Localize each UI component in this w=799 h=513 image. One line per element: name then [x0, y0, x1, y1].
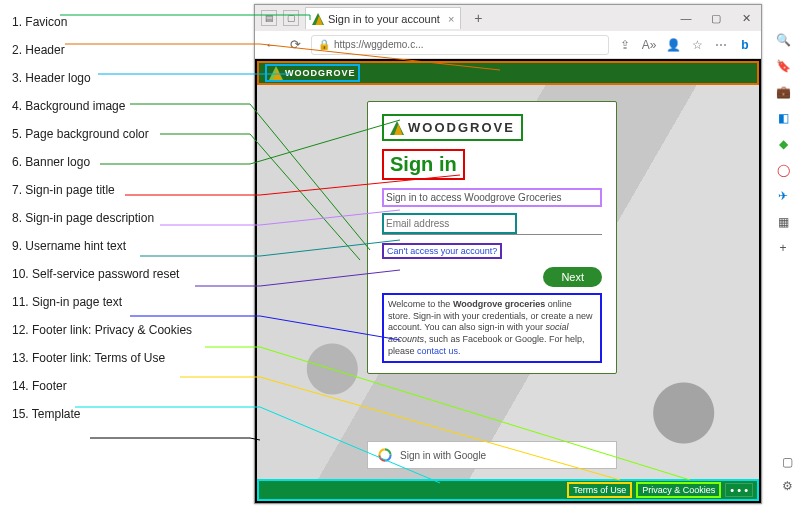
header-logo-text: WOODGROVE	[285, 68, 356, 78]
address-bar[interactable]: 🔒 https://wggdemo.c...	[311, 35, 609, 55]
sidebar-app-icon[interactable]: ✈	[775, 188, 791, 204]
annotation-item: 12. Footer link: Privacy & Cookies	[8, 316, 233, 344]
sidebar-search-icon[interactable]: 🔍	[775, 32, 791, 48]
share-icon[interactable]: ⇪	[617, 38, 633, 52]
google-icon	[378, 448, 392, 462]
annotation-item: 11. Sign-in page text	[8, 288, 233, 316]
footer-privacy-link[interactable]: Privacy & Cookies	[636, 482, 721, 498]
read-aloud-icon[interactable]: A»	[641, 38, 657, 52]
google-signin-label: Sign in with Google	[400, 450, 486, 461]
bing-icon[interactable]: b	[737, 38, 753, 52]
sidebar-tag-icon[interactable]: 🔖	[775, 58, 791, 74]
banner-logo-text: WOODGROVE	[408, 120, 515, 135]
page-footer: Terms of Use Privacy & Cookies • • •	[257, 479, 759, 501]
woodgrove-mark-icon	[390, 121, 404, 135]
sidebar-app-icon[interactable]: ◧	[775, 110, 791, 126]
annotation-item: 6. Banner logo	[8, 148, 233, 176]
annotation-item: 10. Self-service password reset	[8, 260, 233, 288]
lock-icon: 🔒	[318, 39, 330, 50]
signin-title: Sign in	[382, 149, 465, 180]
footer-more-button[interactable]: • • •	[725, 483, 753, 497]
annotation-item: 3. Header logo	[8, 64, 233, 92]
browser-tab[interactable]: Sign in to your account ×	[305, 7, 461, 29]
email-field[interactable]	[384, 215, 515, 232]
close-window-button[interactable]: ✕	[731, 5, 761, 31]
annotation-item: 4. Background image	[8, 92, 233, 120]
header-logo[interactable]: WOODGROVE	[265, 64, 360, 82]
favorite-icon[interactable]: ☆	[689, 38, 705, 52]
new-tab-button[interactable]: +	[467, 10, 489, 26]
page-viewport: WOODGROVE WOODGROVE Sign in Sign in to a…	[255, 59, 761, 503]
banner-logo: WOODGROVE	[382, 114, 523, 141]
maximize-button[interactable]: ▢	[701, 5, 731, 31]
sidebar-add-icon[interactable]: +	[775, 240, 791, 256]
tab-title: Sign in to your account	[328, 13, 440, 25]
menu-icon[interactable]: ⋯	[713, 38, 729, 52]
footer-terms-link[interactable]: Terms of Use	[567, 482, 632, 498]
sidebar-app-icon[interactable]: ◯	[775, 162, 791, 178]
page-header: WOODGROVE	[257, 61, 759, 85]
tab-actions-icon[interactable]: ▤	[261, 10, 277, 26]
signin-page-text: Welcome to the Woodgrove groceries onlin…	[382, 293, 602, 363]
woodgrove-mark-icon	[269, 66, 283, 80]
next-button[interactable]: Next	[543, 267, 602, 287]
annotation-item: 1. Favicon	[8, 8, 233, 36]
annotation-item: 14. Footer	[8, 372, 233, 400]
annotation-item: 8. Sign-in page description	[8, 204, 233, 232]
add-user-icon[interactable]: 👤	[665, 38, 681, 52]
annotation-item: 15. Template	[8, 400, 233, 428]
sidebar-collapse-icon[interactable]: ▢	[782, 455, 793, 469]
favicon-icon	[312, 13, 324, 25]
edge-sidebar: 🔍 🔖 💼 ◧ ◆ ◯ ✈ ▦ +	[769, 32, 797, 256]
sidebar-briefcase-icon[interactable]: 💼	[775, 84, 791, 100]
sidebar-settings-icon[interactable]: ⚙	[782, 479, 793, 493]
annotation-item: 9. Username hint text	[8, 232, 233, 260]
refresh-button[interactable]: ⟳	[287, 37, 303, 52]
minimize-button[interactable]: —	[671, 5, 701, 31]
annotation-item: 7. Sign-in page title	[8, 176, 233, 204]
forgot-password-link[interactable]: Can't access your account?	[382, 243, 502, 259]
url-text: https://wggdemo.c...	[334, 39, 424, 50]
contact-us-link[interactable]: contact us	[417, 346, 458, 356]
sidebar-app-icon[interactable]: ▦	[775, 214, 791, 230]
annotation-item: 2. Header	[8, 36, 233, 64]
back-button[interactable]: ←	[263, 37, 279, 52]
annotation-item: 5. Page background color	[8, 120, 233, 148]
signin-description: Sign in to access Woodgrove Groceries	[382, 188, 602, 207]
tab-list-icon[interactable]: ▢	[283, 10, 299, 26]
signin-card: WOODGROVE Sign in Sign in to access Wood…	[367, 101, 617, 374]
window-titlebar: ▤ ▢ Sign in to your account × + — ▢ ✕	[255, 5, 761, 31]
browser-window: ▤ ▢ Sign in to your account × + — ▢ ✕ ← …	[254, 4, 762, 504]
close-tab-icon[interactable]: ×	[448, 13, 454, 25]
sidebar-app-icon[interactable]: ◆	[775, 136, 791, 152]
annotation-list: 1. Favicon 2. Header 3. Header logo 4. B…	[8, 8, 233, 428]
address-bar-row: ← ⟳ 🔒 https://wggdemo.c... ⇪ A» 👤 ☆ ⋯ b	[255, 31, 761, 59]
annotation-item: 13. Footer link: Terms of Use	[8, 344, 233, 372]
google-signin-button[interactable]: Sign in with Google	[367, 441, 617, 469]
